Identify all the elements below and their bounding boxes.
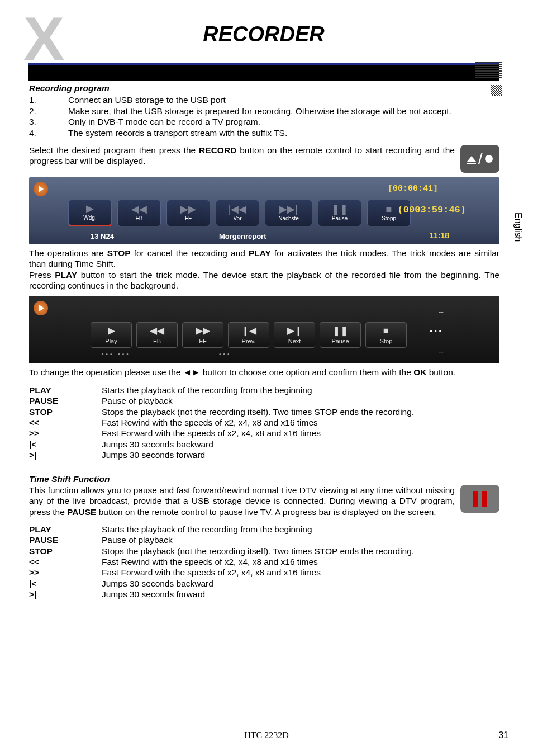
table-row: <<Fast Rewind with the speeds of x2, x4,… [29,556,499,567]
osd-button-ff[interactable]: ▶▶FF [166,200,210,226]
table-row: STOPStops the playback (not the recordin… [29,407,499,417]
table-row: >>Fast Forward with the speeds of x2, x4… [29,428,499,438]
list-item: 1.Connect an USB storage to the USB port [29,94,499,105]
osd-button-next[interactable]: ▶❙Next [274,322,315,348]
timeshift-description: This function allows you to pause and fa… [29,485,455,517]
osd-button-next[interactable]: ▶▶|Nächste [265,200,312,226]
list-item: 2.Make sure, that the USB storage is pre… [29,106,499,116]
table-row: >|Jumps 30 seconds forward [29,589,499,599]
osd-button-play[interactable]: ▶Play [91,322,132,348]
list-item: 3.Only in DVB-T mode can be record a TV … [29,116,499,127]
recording-osd-bar: ▶Wdg. ◀◀FB ▶▶FF |◀◀Vor ▶▶|Nächste ❚❚Paus… [29,177,499,244]
table-row: |<Jumps 30 seconds backward [29,439,499,450]
model-number: HTC 2232D [244,730,289,740]
section-heading-timeshift: Time Shift Function [29,474,499,484]
osd-placeholder: ••• ••• [102,351,131,358]
osd-clock: 11:18 [429,231,449,241]
table-row: PAUSEPause of playback [29,395,499,406]
controls-table-2: PLAYStarts the playback of the recording… [29,524,499,600]
osd-button-fb[interactable]: ◀◀FB [117,200,161,226]
controls-table-1: PLAYStarts the playback of the recording… [29,385,499,461]
osd-placeholder: ••• [430,328,444,336]
osd-time-elapsed: [00:00:41] [388,184,438,195]
page-title: RECORDER [28,22,499,46]
osd-button-fb[interactable]: ◀◀FB [136,322,178,348]
header: X RECORDER [28,17,499,70]
footer: HTC 2232D [0,730,533,740]
osd-button-row: ▶Wdg. ◀◀FB ▶▶FF |◀◀Vor ▶▶|Nächste ❚❚Paus… [68,200,411,226]
after-osd1-text1: The operations are STOP for cancel the r… [29,248,499,270]
table-row: >|Jumps 30 seconds forward [29,450,499,460]
trickmode-osd-bar: ▶Play ◀◀FB ▶▶FF ❙◀Prev. ▶❙Next ❚❚Pause ■… [29,296,499,363]
language-tab: English [513,212,523,242]
pause-button-icon [460,485,499,513]
content: Recording program 1.Connect an USB stora… [29,83,499,600]
osd-time-total: (0003:59:46) [398,204,466,216]
after-osd2-text: To change the operation please use the ◄… [29,367,499,377]
list-item: 4.The system records a transport stream … [29,127,499,138]
osd-placeholder: -- [439,347,444,357]
header-black-bar [28,63,499,81]
osd-button-play[interactable]: ▶Wdg. [68,200,112,226]
table-row: <<Fast Rewind with the speeds of x2, x4,… [29,417,499,428]
table-row: PLAYStarts the playback of the recording… [29,524,499,535]
table-row: |<Jumps 30 seconds backward [29,578,499,589]
osd-program-name: Morgenreport [219,232,266,241]
record-start-text: Select the desired program then press th… [29,145,455,167]
osd-button-prev[interactable]: ❙◀Prev. [228,322,269,348]
osd-button-row: ▶Play ◀◀FB ▶▶FF ❙◀Prev. ▶❙Next ❚❚Pause ■… [91,322,407,348]
eject-record-button-icon: / [460,145,499,173]
play-icon [34,182,48,196]
osd-channel: 13 N24 [91,232,114,241]
osd-button-prev[interactable]: |◀◀Vor [216,200,259,226]
after-osd1-text2: Press PLAY button to start the trick mod… [29,270,499,291]
osd-button-pause[interactable]: ❚❚Pause [320,322,361,348]
page-number: 31 [498,730,508,740]
osd-button-stop[interactable]: ■Stop [365,322,407,348]
section-heading-recording: Recording program [29,83,499,93]
play-icon [34,301,48,315]
table-row: PAUSEPause of playback [29,535,499,545]
table-row: >>Fast Forward with the speeds of x2, x4… [29,567,499,578]
osd-button-pause[interactable]: ❚❚Pause [318,200,361,226]
table-row: PLAYStarts the playback of the recording… [29,385,499,395]
ordered-list-recording-steps: 1.Connect an USB storage to the USB port… [29,94,499,138]
osd-placeholder: ••• [219,351,232,358]
osd-button-ff[interactable]: ▶▶FF [182,322,223,348]
osd-placeholder: -- [439,308,444,318]
table-row: STOPStops the playback (not the recordin… [29,546,499,556]
